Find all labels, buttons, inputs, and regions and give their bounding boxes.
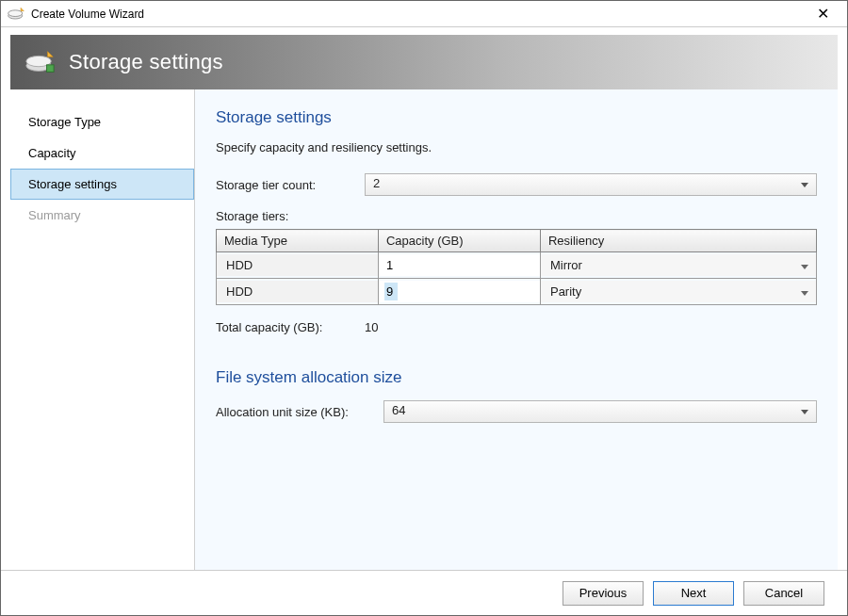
allocation-label: Allocation unit size (KB): (216, 405, 383, 419)
volume-wizard-icon (7, 6, 25, 23)
col-resiliency: Resiliency (540, 230, 816, 252)
sidebar-item-storage-settings[interactable]: Storage settings (10, 169, 194, 200)
wizard-sidebar: Storage Type Capacity Storage settings S… (10, 89, 195, 570)
section-description: Specify capacity and resiliency settings… (216, 140, 817, 154)
table-row: HDD Parity (217, 279, 817, 305)
tier1-media: HDD (217, 281, 378, 302)
close-icon[interactable]: ✕ (804, 5, 841, 23)
tier-count-select[interactable]: 2 (365, 173, 817, 196)
col-media-type: Media Type (217, 230, 379, 252)
table-row: HDD Mirror (217, 252, 817, 279)
total-capacity-value: 10 (365, 320, 378, 334)
tier0-media: HDD (217, 254, 378, 276)
previous-button[interactable]: Previous (563, 581, 644, 606)
main-panel: Storage settings Specify capacity and re… (195, 89, 838, 570)
sidebar-item-summary: Summary (10, 200, 194, 231)
tier-count-label: Storage tier count: (216, 178, 365, 192)
total-capacity-label: Total capacity (GB): (216, 320, 365, 334)
sidebar-item-capacity[interactable]: Capacity (10, 138, 194, 169)
svg-marker-2 (21, 8, 24, 10)
allocation-select[interactable]: 64 (383, 400, 817, 423)
storage-icon (24, 49, 56, 75)
tier-count-value: 2 (373, 176, 380, 190)
col-capacity: Capacity (GB) (378, 230, 540, 252)
wizard-body: Storage Type Capacity Storage settings S… (10, 89, 838, 570)
next-button[interactable]: Next (653, 581, 734, 606)
tier0-capacity-input[interactable] (384, 256, 534, 274)
allocation-value: 64 (392, 403, 405, 417)
svg-rect-6 (47, 65, 55, 73)
header-banner: Storage settings (10, 35, 838, 89)
svg-marker-5 (48, 52, 54, 57)
svg-point-1 (8, 9, 23, 16)
tier0-resiliency-select[interactable]: Mirror (541, 254, 816, 276)
storage-tiers-table: Media Type Capacity (GB) Resiliency HDD … (216, 229, 817, 305)
wizard-footer: Previous Next Cancel (1, 570, 847, 615)
tiers-label: Storage tiers: (216, 209, 817, 223)
window-title: Create Volume Wizard (31, 8, 804, 21)
sidebar-item-storage-type[interactable]: Storage Type (10, 106, 194, 138)
banner-title: Storage settings (69, 50, 223, 74)
section-heading-allocation: File system allocation size (216, 368, 817, 387)
titlebar: Create Volume Wizard ✕ (1, 1, 847, 27)
tier1-capacity-input[interactable] (384, 283, 398, 300)
wizard-window: Create Volume Wizard ✕ Storage settings … (0, 0, 848, 616)
section-heading-storage: Storage settings (216, 108, 817, 127)
tier1-resiliency-select[interactable]: Parity (541, 281, 816, 302)
cancel-button[interactable]: Cancel (743, 581, 824, 606)
